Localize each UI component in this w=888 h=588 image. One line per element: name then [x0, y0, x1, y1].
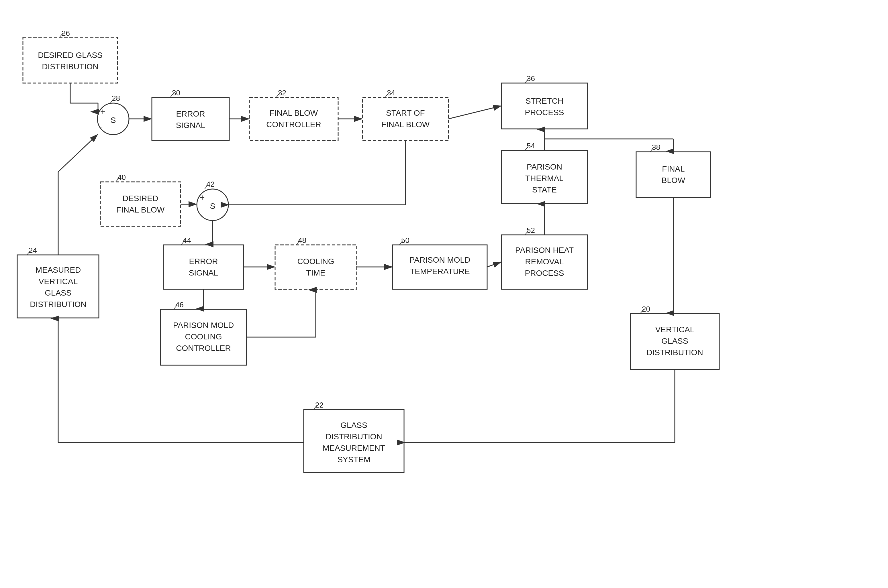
svg-text:MEASURED: MEASURED	[36, 266, 81, 274]
svg-text:DISTRIBUTION: DISTRIBUTION	[326, 432, 382, 441]
svg-rect-14	[249, 98, 338, 140]
svg-text:-: -	[99, 123, 102, 132]
svg-text:REMOVAL: REMOVAL	[525, 257, 564, 266]
svg-text:PARISON: PARISON	[527, 162, 562, 171]
parison-mold-temp-box: PARISON MOLD TEMPERATURE 50	[392, 236, 487, 289]
svg-text:S: S	[111, 116, 116, 124]
svg-text:34: 34	[387, 88, 395, 97]
svg-text:START OF: START OF	[386, 108, 425, 117]
svg-text:MEASUREMENT: MEASUREMENT	[323, 444, 385, 453]
svg-text:DESIRED GLASS: DESIRED GLASS	[38, 51, 102, 60]
svg-rect-19	[362, 98, 448, 140]
svg-text:GLASS: GLASS	[340, 421, 367, 430]
svg-rect-29	[636, 152, 711, 198]
svg-line-110	[448, 106, 501, 119]
svg-text:20: 20	[642, 305, 650, 314]
svg-text:40: 40	[117, 173, 126, 182]
svg-text:DISTRIBUTION: DISTRIBUTION	[42, 62, 99, 71]
svg-rect-34	[100, 182, 180, 226]
measured-vertical-glass-dist-box: MEASURED VERTICAL GLASS DISTRIBUTION 24	[17, 246, 99, 318]
svg-text:28: 28	[112, 94, 120, 102]
svg-text:FINAL BLOW: FINAL BLOW	[116, 206, 165, 214]
svg-text:STATE: STATE	[532, 185, 557, 194]
svg-text:FINAL BLOW: FINAL BLOW	[382, 120, 430, 129]
stretch-process-box: STRETCH PROCESS 36	[502, 74, 587, 129]
svg-text:PARISON HEAT: PARISON HEAT	[515, 246, 574, 255]
svg-text:SYSTEM: SYSTEM	[337, 455, 370, 464]
svg-text:42: 42	[206, 180, 215, 189]
parison-mold-cooling-ctrl-box: PARISON MOLD COOLING CONTROLLER 46	[161, 300, 246, 365]
svg-text:THERMAL: THERMAL	[525, 174, 563, 183]
svg-text:24: 24	[29, 246, 37, 255]
svg-text:+: +	[100, 107, 105, 116]
start-of-final-blow-box: START OF FINAL BLOW 34	[362, 88, 448, 140]
svg-text:32: 32	[278, 88, 286, 97]
svg-text:GLASS: GLASS	[661, 336, 688, 345]
glass-dist-meas-sys-box: GLASS DISTRIBUTION MEASUREMENT SYSTEM 22	[304, 401, 404, 472]
svg-text:TIME: TIME	[306, 268, 326, 277]
error-signal-2-box: ERROR SIGNAL 44	[163, 236, 243, 289]
svg-text:46: 46	[175, 300, 184, 309]
svg-text:ERROR: ERROR	[189, 257, 218, 266]
svg-text:S: S	[210, 202, 215, 210]
svg-text:+: +	[200, 193, 205, 202]
svg-text:52: 52	[527, 226, 535, 235]
summing-junction-1: S 28 + -	[98, 94, 129, 135]
parison-thermal-state-box: PARISON THERMAL STATE 54	[502, 141, 587, 203]
svg-text:36: 36	[527, 74, 535, 83]
cooling-time-box: COOLING TIME 48	[275, 236, 357, 289]
diagram-container: DESIRED GLASS DISTRIBUTION 26 ERROR SIGN…	[0, 0, 888, 588]
final-blow-controller-box: FINAL BLOW CONTROLLER 32	[249, 88, 338, 140]
svg-text:PROCESS: PROCESS	[525, 268, 564, 278]
svg-text:SIGNAL: SIGNAL	[189, 268, 218, 277]
svg-line-128	[58, 135, 98, 172]
svg-text:STRETCH: STRETCH	[526, 96, 563, 105]
svg-text:ERROR: ERROR	[176, 110, 205, 118]
svg-rect-4	[23, 37, 117, 83]
summing-junction-2: S 42 + -	[197, 180, 229, 220]
svg-text:44: 44	[183, 236, 191, 244]
vertical-glass-dist-box: VERTICAL GLASS DISTRIBUTION 20	[630, 305, 719, 369]
error-signal-1-box: ERROR SIGNAL 30	[152, 88, 229, 140]
svg-line-119	[487, 262, 501, 267]
svg-text:VERTICAL: VERTICAL	[655, 325, 694, 334]
desired-final-blow-box: DESIRED FINAL BLOW 40	[100, 173, 180, 226]
svg-text:38: 38	[652, 143, 660, 152]
parison-heat-removal-box: PARISON HEAT REMOVAL PROCESS 52	[502, 226, 587, 289]
svg-text:48: 48	[298, 236, 306, 244]
svg-text:FINAL BLOW: FINAL BLOW	[270, 108, 318, 117]
svg-text:CONTROLLER: CONTROLLER	[266, 120, 321, 129]
svg-text:22: 22	[315, 401, 323, 409]
svg-rect-44	[275, 245, 357, 289]
svg-text:FINAL: FINAL	[662, 164, 685, 173]
desired-glass-distribution-box: DESIRED GLASS DISTRIBUTION 26	[23, 29, 117, 83]
svg-text:DISTRIBUTION: DISTRIBUTION	[30, 300, 87, 309]
svg-text:PROCESS: PROCESS	[525, 108, 564, 117]
svg-text:CONTROLLER: CONTROLLER	[176, 344, 231, 352]
svg-rect-24	[502, 83, 587, 129]
svg-text:DISTRIBUTION: DISTRIBUTION	[646, 348, 703, 357]
svg-text:50: 50	[401, 236, 409, 244]
svg-rect-39	[163, 245, 243, 289]
svg-text:BLOW: BLOW	[662, 176, 685, 185]
svg-text:PARISON MOLD: PARISON MOLD	[173, 321, 234, 330]
svg-text:TEMPERATURE: TEMPERATURE	[410, 267, 470, 276]
svg-text:-: -	[226, 199, 229, 208]
svg-text:VERTICAL: VERTICAL	[39, 277, 78, 286]
svg-text:30: 30	[172, 88, 180, 97]
svg-text:DESIRED: DESIRED	[123, 194, 158, 203]
svg-text:PARISON MOLD: PARISON MOLD	[409, 255, 470, 264]
svg-text:COOLING: COOLING	[297, 257, 334, 266]
svg-rect-9	[152, 98, 229, 140]
svg-text:SIGNAL: SIGNAL	[176, 121, 206, 130]
svg-text:54: 54	[527, 141, 535, 150]
svg-text:COOLING: COOLING	[185, 332, 222, 341]
svg-text:GLASS: GLASS	[45, 288, 71, 297]
